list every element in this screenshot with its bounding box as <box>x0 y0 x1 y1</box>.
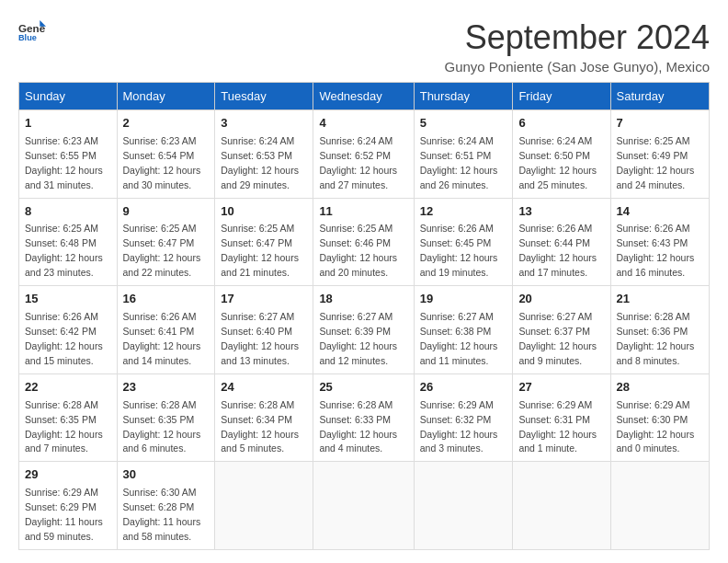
calendar-cell: 13Sunrise: 6:26 AMSunset: 6:44 PMDayligh… <box>513 198 610 286</box>
calendar-cell: 3Sunrise: 6:24 AMSunset: 6:53 PMDaylight… <box>215 110 313 199</box>
day-number: 14 <box>617 203 704 221</box>
day-info: Sunrise: 6:24 AMSunset: 6:52 PMDaylight:… <box>319 135 397 190</box>
day-number: 18 <box>319 291 407 308</box>
day-info: Sunrise: 6:26 AMSunset: 6:43 PMDaylight:… <box>617 223 695 278</box>
day-info: Sunrise: 6:25 AMSunset: 6:49 PMDaylight:… <box>617 135 695 190</box>
day-number: 1 <box>25 115 111 132</box>
calendar-cell: 19Sunrise: 6:27 AMSunset: 6:38 PMDayligh… <box>414 286 513 374</box>
day-number: 24 <box>221 379 307 396</box>
day-number: 29 <box>25 466 111 484</box>
day-number: 2 <box>123 115 210 132</box>
calendar-cell: 9Sunrise: 6:25 AMSunset: 6:47 PMDaylight… <box>117 198 215 286</box>
day-info: Sunrise: 6:25 AMSunset: 6:47 PMDaylight:… <box>123 223 201 278</box>
day-number: 22 <box>25 379 111 396</box>
day-info: Sunrise: 6:28 AMSunset: 6:33 PMDaylight:… <box>319 399 397 454</box>
day-number: 15 <box>25 291 111 308</box>
day-info: Sunrise: 6:29 AMSunset: 6:29 PMDaylight:… <box>25 487 103 542</box>
calendar-cell <box>513 462 610 550</box>
logo: General Blue <box>18 18 46 40</box>
calendar-cell <box>215 462 313 550</box>
day-number: 27 <box>518 379 604 396</box>
day-number: 9 <box>123 203 210 221</box>
day-info: Sunrise: 6:23 AMSunset: 6:54 PMDaylight:… <box>123 135 201 190</box>
day-header-sunday: Sunday <box>19 83 118 110</box>
day-number: 10 <box>221 203 307 221</box>
day-info: Sunrise: 6:29 AMSunset: 6:31 PMDaylight:… <box>518 399 597 454</box>
day-info: Sunrise: 6:24 AMSunset: 6:50 PMDaylight:… <box>518 135 597 190</box>
day-info: Sunrise: 6:27 AMSunset: 6:38 PMDaylight:… <box>420 311 498 366</box>
day-info: Sunrise: 6:28 AMSunset: 6:36 PMDaylight:… <box>617 311 695 366</box>
month-title: September 2024 <box>445 18 711 57</box>
calendar-week-1: 1Sunrise: 6:23 AMSunset: 6:55 PMDaylight… <box>19 110 710 199</box>
day-number: 16 <box>123 291 210 308</box>
svg-text:Blue: Blue <box>18 33 37 40</box>
day-info: Sunrise: 6:28 AMSunset: 6:35 PMDaylight:… <box>123 399 201 454</box>
day-info: Sunrise: 6:27 AMSunset: 6:40 PMDaylight:… <box>221 311 299 366</box>
day-number: 8 <box>25 203 111 221</box>
calendar-cell <box>313 462 414 550</box>
day-number: 28 <box>617 379 704 396</box>
day-number: 6 <box>518 115 604 132</box>
calendar-cell: 5Sunrise: 6:24 AMSunset: 6:51 PMDaylight… <box>414 110 513 199</box>
day-info: Sunrise: 6:28 AMSunset: 6:34 PMDaylight:… <box>221 399 299 454</box>
calendar-cell: 18Sunrise: 6:27 AMSunset: 6:39 PMDayligh… <box>313 286 414 374</box>
day-header-monday: Monday <box>117 83 215 110</box>
day-number: 11 <box>319 203 407 221</box>
calendar-table: SundayMondayTuesdayWednesdayThursdayFrid… <box>18 82 710 550</box>
day-info: Sunrise: 6:27 AMSunset: 6:39 PMDaylight:… <box>319 311 397 366</box>
calendar-cell: 2Sunrise: 6:23 AMSunset: 6:54 PMDaylight… <box>117 110 215 199</box>
calendar-cell: 25Sunrise: 6:28 AMSunset: 6:33 PMDayligh… <box>313 373 414 462</box>
day-info: Sunrise: 6:29 AMSunset: 6:32 PMDaylight:… <box>420 399 498 454</box>
day-info: Sunrise: 6:26 AMSunset: 6:45 PMDaylight:… <box>420 223 498 278</box>
calendar-cell: 21Sunrise: 6:28 AMSunset: 6:36 PMDayligh… <box>610 286 710 374</box>
day-header-saturday: Saturday <box>610 83 710 110</box>
day-number: 25 <box>319 379 407 396</box>
day-header-thursday: Thursday <box>414 83 513 110</box>
calendar-cell: 10Sunrise: 6:25 AMSunset: 6:47 PMDayligh… <box>215 198 313 286</box>
calendar-cell: 15Sunrise: 6:26 AMSunset: 6:42 PMDayligh… <box>19 286 118 374</box>
day-number: 19 <box>420 291 507 308</box>
calendar-cell: 29Sunrise: 6:29 AMSunset: 6:29 PMDayligh… <box>19 462 118 550</box>
day-info: Sunrise: 6:26 AMSunset: 6:44 PMDaylight:… <box>518 223 597 278</box>
calendar-cell: 17Sunrise: 6:27 AMSunset: 6:40 PMDayligh… <box>215 286 313 374</box>
day-number: 17 <box>221 291 307 308</box>
calendar-cell: 1Sunrise: 6:23 AMSunset: 6:55 PMDaylight… <box>19 110 118 199</box>
calendar-week-5: 29Sunrise: 6:29 AMSunset: 6:29 PMDayligh… <box>19 462 710 550</box>
calendar-cell: 20Sunrise: 6:27 AMSunset: 6:37 PMDayligh… <box>513 286 610 374</box>
day-info: Sunrise: 6:27 AMSunset: 6:37 PMDaylight:… <box>518 311 597 366</box>
calendar-cell: 24Sunrise: 6:28 AMSunset: 6:34 PMDayligh… <box>215 373 313 462</box>
calendar-week-4: 22Sunrise: 6:28 AMSunset: 6:35 PMDayligh… <box>19 373 710 462</box>
location-subtitle: Gunyo Poniente (San Jose Gunyo), Mexico <box>445 59 711 75</box>
calendar-cell: 12Sunrise: 6:26 AMSunset: 6:45 PMDayligh… <box>414 198 513 286</box>
day-number: 13 <box>518 203 604 221</box>
day-number: 7 <box>617 115 704 132</box>
title-area: September 2024 Gunyo Poniente (San Jose … <box>445 18 711 75</box>
calendar-header-row: SundayMondayTuesdayWednesdayThursdayFrid… <box>19 83 710 110</box>
calendar-cell: 7Sunrise: 6:25 AMSunset: 6:49 PMDaylight… <box>610 110 710 199</box>
calendar-cell <box>610 462 710 550</box>
calendar-cell: 30Sunrise: 6:30 AMSunset: 6:28 PMDayligh… <box>117 462 215 550</box>
calendar-cell: 26Sunrise: 6:29 AMSunset: 6:32 PMDayligh… <box>414 373 513 462</box>
calendar-cell: 16Sunrise: 6:26 AMSunset: 6:41 PMDayligh… <box>117 286 215 374</box>
day-number: 30 <box>123 466 210 484</box>
day-info: Sunrise: 6:25 AMSunset: 6:46 PMDaylight:… <box>319 223 397 278</box>
calendar-cell: 6Sunrise: 6:24 AMSunset: 6:50 PMDaylight… <box>513 110 610 199</box>
day-header-wednesday: Wednesday <box>313 83 414 110</box>
day-info: Sunrise: 6:24 AMSunset: 6:53 PMDaylight:… <box>221 135 299 190</box>
calendar-cell: 22Sunrise: 6:28 AMSunset: 6:35 PMDayligh… <box>19 373 118 462</box>
day-info: Sunrise: 6:24 AMSunset: 6:51 PMDaylight:… <box>420 135 498 190</box>
page-header: General Blue September 2024 Gunyo Ponien… <box>18 18 710 75</box>
calendar-cell: 28Sunrise: 6:29 AMSunset: 6:30 PMDayligh… <box>610 373 710 462</box>
day-info: Sunrise: 6:29 AMSunset: 6:30 PMDaylight:… <box>617 399 695 454</box>
calendar-cell: 27Sunrise: 6:29 AMSunset: 6:31 PMDayligh… <box>513 373 610 462</box>
day-number: 4 <box>319 115 407 132</box>
day-info: Sunrise: 6:30 AMSunset: 6:28 PMDaylight:… <box>123 487 201 542</box>
calendar-cell: 8Sunrise: 6:25 AMSunset: 6:48 PMDaylight… <box>19 198 118 286</box>
day-info: Sunrise: 6:26 AMSunset: 6:41 PMDaylight:… <box>123 311 201 366</box>
day-info: Sunrise: 6:28 AMSunset: 6:35 PMDaylight:… <box>25 399 103 454</box>
day-number: 26 <box>420 379 507 396</box>
day-number: 5 <box>420 115 507 132</box>
day-header-friday: Friday <box>513 83 610 110</box>
day-info: Sunrise: 6:25 AMSunset: 6:48 PMDaylight:… <box>25 223 103 278</box>
day-number: 21 <box>617 291 704 308</box>
